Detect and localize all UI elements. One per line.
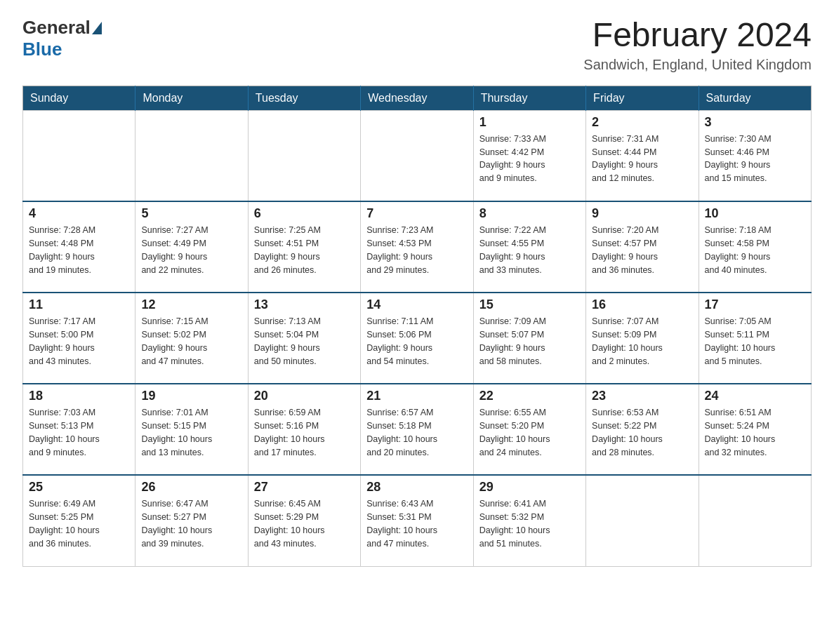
calendar-day-cell — [23, 110, 135, 201]
calendar-day-cell: 14Sunrise: 7:11 AM Sunset: 5:06 PM Dayli… — [361, 293, 473, 384]
day-info: Sunrise: 7:22 AM Sunset: 4:55 PM Dayligh… — [479, 224, 580, 276]
calendar-week-row: 18Sunrise: 7:03 AM Sunset: 5:13 PM Dayli… — [23, 384, 812, 475]
day-number: 5 — [141, 206, 241, 221]
day-info: Sunrise: 6:41 AM Sunset: 5:32 PM Dayligh… — [479, 497, 580, 550]
calendar-header-row: SundayMondayTuesdayWednesdayThursdayFrid… — [23, 86, 812, 110]
day-number: 4 — [29, 206, 129, 221]
day-info: Sunrise: 7:23 AM Sunset: 4:53 PM Dayligh… — [366, 224, 467, 276]
day-number: 18 — [29, 389, 129, 403]
day-info: Sunrise: 7:17 AM Sunset: 5:00 PM Dayligh… — [29, 315, 129, 368]
logo-blue-text: Blue — [22, 39, 62, 60]
calendar-day-cell: 7Sunrise: 7:23 AM Sunset: 4:53 PM Daylig… — [361, 201, 473, 293]
day-info: Sunrise: 7:18 AM Sunset: 4:58 PM Dayligh… — [705, 224, 805, 276]
day-number: 3 — [705, 115, 805, 130]
day-number: 2 — [592, 115, 692, 130]
page-header: General Blue February 2024 Sandwich, Eng… — [22, 17, 812, 73]
day-info: Sunrise: 7:31 AM Sunset: 4:44 PM Dayligh… — [592, 133, 692, 185]
calendar-header-friday: Friday — [586, 86, 699, 110]
day-info: Sunrise: 7:27 AM Sunset: 4:49 PM Dayligh… — [141, 224, 241, 276]
day-number: 9 — [592, 206, 692, 221]
calendar-header-sunday: Sunday — [23, 86, 135, 110]
calendar-day-cell: 12Sunrise: 7:15 AM Sunset: 5:02 PM Dayli… — [135, 293, 248, 384]
calendar-week-row: 4Sunrise: 7:28 AM Sunset: 4:48 PM Daylig… — [23, 201, 812, 293]
calendar-header-tuesday: Tuesday — [248, 86, 360, 110]
logo-general-text: General — [22, 17, 91, 39]
day-number: 11 — [29, 297, 129, 312]
calendar-day-cell — [699, 475, 811, 566]
day-number: 1 — [479, 115, 580, 130]
day-number: 14 — [366, 297, 467, 312]
calendar-day-cell: 26Sunrise: 6:47 AM Sunset: 5:27 PM Dayli… — [135, 475, 248, 566]
day-number: 20 — [254, 389, 355, 403]
calendar-day-cell: 16Sunrise: 7:07 AM Sunset: 5:09 PM Dayli… — [586, 293, 699, 384]
location: Sandwich, England, United Kingdom — [583, 57, 812, 73]
calendar-day-cell: 23Sunrise: 6:53 AM Sunset: 5:22 PM Dayli… — [586, 384, 699, 475]
calendar-day-cell: 4Sunrise: 7:28 AM Sunset: 4:48 PM Daylig… — [23, 201, 135, 293]
day-number: 29 — [479, 480, 580, 495]
calendar-week-row: 11Sunrise: 7:17 AM Sunset: 5:00 PM Dayli… — [23, 293, 812, 384]
calendar-header-saturday: Saturday — [699, 86, 811, 110]
calendar-day-cell: 24Sunrise: 6:51 AM Sunset: 5:24 PM Dayli… — [699, 384, 811, 475]
day-info: Sunrise: 7:13 AM Sunset: 5:04 PM Dayligh… — [254, 315, 355, 368]
day-info: Sunrise: 7:15 AM Sunset: 5:02 PM Dayligh… — [141, 315, 241, 368]
day-info: Sunrise: 7:07 AM Sunset: 5:09 PM Dayligh… — [592, 315, 692, 368]
calendar-day-cell — [248, 110, 360, 201]
day-info: Sunrise: 6:43 AM Sunset: 5:31 PM Dayligh… — [366, 497, 467, 550]
title-section: February 2024 Sandwich, England, United … — [583, 17, 812, 73]
calendar-day-cell: 28Sunrise: 6:43 AM Sunset: 5:31 PM Dayli… — [361, 475, 473, 566]
day-info: Sunrise: 7:28 AM Sunset: 4:48 PM Dayligh… — [29, 224, 129, 276]
calendar-day-cell: 17Sunrise: 7:05 AM Sunset: 5:11 PM Dayli… — [699, 293, 811, 384]
day-info: Sunrise: 6:59 AM Sunset: 5:16 PM Dayligh… — [254, 406, 355, 459]
day-info: Sunrise: 7:09 AM Sunset: 5:07 PM Dayligh… — [479, 315, 580, 368]
day-number: 25 — [29, 480, 129, 495]
calendar-day-cell: 3Sunrise: 7:30 AM Sunset: 4:46 PM Daylig… — [699, 110, 811, 201]
calendar-header-wednesday: Wednesday — [361, 86, 473, 110]
day-number: 7 — [366, 206, 467, 221]
day-info: Sunrise: 7:11 AM Sunset: 5:06 PM Dayligh… — [366, 315, 467, 368]
day-info: Sunrise: 7:33 AM Sunset: 4:42 PM Dayligh… — [479, 133, 580, 185]
calendar-day-cell — [361, 110, 473, 201]
month-title: February 2024 — [583, 17, 812, 54]
day-number: 6 — [254, 206, 355, 221]
day-info: Sunrise: 7:30 AM Sunset: 4:46 PM Dayligh… — [705, 133, 805, 185]
day-number: 8 — [479, 206, 580, 221]
calendar-day-cell: 18Sunrise: 7:03 AM Sunset: 5:13 PM Dayli… — [23, 384, 135, 475]
day-info: Sunrise: 7:20 AM Sunset: 4:57 PM Dayligh… — [592, 224, 692, 276]
day-number: 15 — [479, 297, 580, 312]
calendar-day-cell: 22Sunrise: 6:55 AM Sunset: 5:20 PM Dayli… — [473, 384, 585, 475]
day-number: 19 — [141, 389, 241, 403]
day-info: Sunrise: 6:57 AM Sunset: 5:18 PM Dayligh… — [366, 406, 467, 459]
day-info: Sunrise: 6:53 AM Sunset: 5:22 PM Dayligh… — [592, 406, 692, 459]
day-number: 16 — [592, 297, 692, 312]
calendar-day-cell: 9Sunrise: 7:20 AM Sunset: 4:57 PM Daylig… — [586, 201, 699, 293]
day-number: 17 — [705, 297, 805, 312]
calendar-day-cell — [135, 110, 248, 201]
calendar-day-cell: 19Sunrise: 7:01 AM Sunset: 5:15 PM Dayli… — [135, 384, 248, 475]
calendar-day-cell: 29Sunrise: 6:41 AM Sunset: 5:32 PM Dayli… — [473, 475, 585, 566]
day-info: Sunrise: 6:45 AM Sunset: 5:29 PM Dayligh… — [254, 497, 355, 550]
day-info: Sunrise: 6:55 AM Sunset: 5:20 PM Dayligh… — [479, 406, 580, 459]
day-info: Sunrise: 6:47 AM Sunset: 5:27 PM Dayligh… — [141, 497, 241, 550]
day-info: Sunrise: 7:03 AM Sunset: 5:13 PM Dayligh… — [29, 406, 129, 459]
day-number: 22 — [479, 389, 580, 403]
calendar-day-cell: 13Sunrise: 7:13 AM Sunset: 5:04 PM Dayli… — [248, 293, 360, 384]
day-number: 28 — [366, 480, 467, 495]
calendar-header-thursday: Thursday — [473, 86, 585, 110]
calendar-day-cell: 6Sunrise: 7:25 AM Sunset: 4:51 PM Daylig… — [248, 201, 360, 293]
day-number: 26 — [141, 480, 241, 495]
calendar-day-cell — [586, 475, 699, 566]
calendar-day-cell: 11Sunrise: 7:17 AM Sunset: 5:00 PM Dayli… — [23, 293, 135, 384]
calendar-day-cell: 25Sunrise: 6:49 AM Sunset: 5:25 PM Dayli… — [23, 475, 135, 566]
day-info: Sunrise: 7:05 AM Sunset: 5:11 PM Dayligh… — [705, 315, 805, 368]
day-number: 10 — [705, 206, 805, 221]
calendar-header-monday: Monday — [135, 86, 248, 110]
calendar-day-cell: 10Sunrise: 7:18 AM Sunset: 4:58 PM Dayli… — [699, 201, 811, 293]
day-info: Sunrise: 7:25 AM Sunset: 4:51 PM Dayligh… — [254, 224, 355, 276]
calendar-day-cell: 5Sunrise: 7:27 AM Sunset: 4:49 PM Daylig… — [135, 201, 248, 293]
calendar-day-cell: 15Sunrise: 7:09 AM Sunset: 5:07 PM Dayli… — [473, 293, 585, 384]
calendar-day-cell: 27Sunrise: 6:45 AM Sunset: 5:29 PM Dayli… — [248, 475, 360, 566]
calendar-day-cell: 20Sunrise: 6:59 AM Sunset: 5:16 PM Dayli… — [248, 384, 360, 475]
day-number: 23 — [592, 389, 692, 403]
day-number: 13 — [254, 297, 355, 312]
logo-triangle-icon — [92, 22, 102, 34]
